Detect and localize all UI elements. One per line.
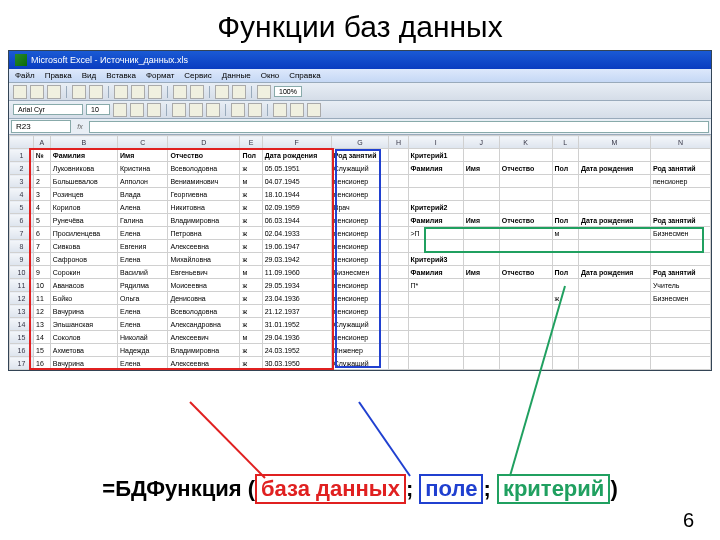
chart-icon[interactable] — [257, 85, 271, 99]
menu-item[interactable]: Данные — [222, 71, 251, 80]
redo-icon[interactable] — [190, 85, 204, 99]
zoom-combo[interactable]: 100% — [274, 86, 302, 97]
font-combo[interactable]: Arial Cyr — [13, 104, 83, 115]
menu-item[interactable]: Вид — [82, 71, 96, 80]
svg-line-1 — [359, 402, 410, 476]
menu-item[interactable]: Сервис — [184, 71, 211, 80]
menu-item[interactable]: Справка — [289, 71, 320, 80]
open-icon[interactable] — [30, 85, 44, 99]
menu-item[interactable]: Файл — [15, 71, 35, 80]
new-icon[interactable] — [13, 85, 27, 99]
percent-icon[interactable] — [248, 103, 262, 117]
print-icon[interactable] — [72, 85, 86, 99]
paste-icon[interactable] — [148, 85, 162, 99]
menu-item[interactable]: Формат — [146, 71, 174, 80]
align-right-icon[interactable] — [206, 103, 220, 117]
currency-icon[interactable] — [231, 103, 245, 117]
sort-desc-icon[interactable] — [232, 85, 246, 99]
preview-icon[interactable] — [89, 85, 103, 99]
align-center-icon[interactable] — [189, 103, 203, 117]
excel-icon — [15, 54, 27, 66]
window-title: Microsoft Excel - Источник_данных.xls — [31, 55, 188, 65]
italic-icon[interactable] — [130, 103, 144, 117]
formula-caption: =БДФункция (база данных; поле; критерий) — [0, 474, 720, 504]
formula-bar-row: R23 fx — [9, 119, 711, 135]
save-icon[interactable] — [47, 85, 61, 99]
undo-icon[interactable] — [173, 85, 187, 99]
borders-icon[interactable] — [273, 103, 287, 117]
align-left-icon[interactable] — [172, 103, 186, 117]
sort-asc-icon[interactable] — [215, 85, 229, 99]
formula-database: база данных — [261, 476, 400, 501]
fx-icon[interactable]: fx — [73, 123, 87, 130]
menubar: ФайлПравкаВидВставкаФорматСервисДанныеОк… — [9, 69, 711, 83]
formula-prefix: =БДФункция ( — [102, 476, 255, 501]
menu-item[interactable]: Окно — [261, 71, 280, 80]
titlebar: Microsoft Excel - Источник_данных.xls — [9, 51, 711, 69]
formatting-toolbar: Arial Cyr 10 — [9, 101, 711, 119]
cut-icon[interactable] — [114, 85, 128, 99]
excel-window: Microsoft Excel - Источник_данных.xls Фа… — [8, 50, 712, 371]
fill-icon[interactable] — [290, 103, 304, 117]
bold-icon[interactable] — [113, 103, 127, 117]
name-box[interactable]: R23 — [11, 120, 71, 133]
menu-item[interactable]: Вставка — [106, 71, 136, 80]
formula-suffix: ) — [610, 476, 617, 501]
formula-criteria: критерий — [503, 476, 604, 501]
slide-title: Функции баз данных — [0, 0, 720, 50]
worksheet-grid[interactable]: ABCDEFGHIJKLMN1№ФамилияИмяОтчествоПолДат… — [9, 135, 711, 370]
fontcolor-icon[interactable] — [307, 103, 321, 117]
formula-bar[interactable] — [89, 121, 709, 133]
underline-icon[interactable] — [147, 103, 161, 117]
menu-item[interactable]: Правка — [45, 71, 72, 80]
page-number: 6 — [683, 509, 694, 532]
grid-wrap: ABCDEFGHIJKLMN1№ФамилияИмяОтчествоПолДат… — [9, 135, 711, 370]
fontsize-combo[interactable]: 10 — [86, 104, 110, 115]
formula-field: поле — [425, 476, 477, 501]
svg-line-0 — [190, 402, 265, 478]
standard-toolbar: 100% — [9, 83, 711, 101]
copy-icon[interactable] — [131, 85, 145, 99]
